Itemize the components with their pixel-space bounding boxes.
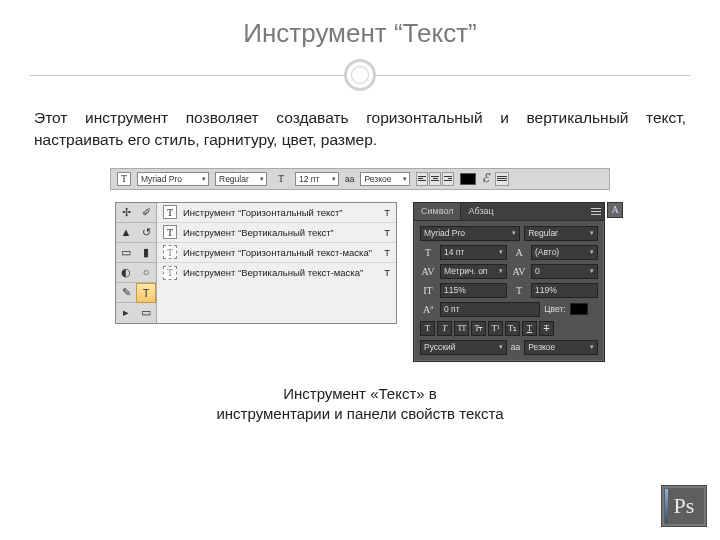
style-subscript[interactable]: T₁ xyxy=(505,321,520,336)
type-mask-icon: T xyxy=(163,245,177,259)
photoshop-badge: Ps xyxy=(662,486,706,526)
align-right-button[interactable] xyxy=(442,172,454,186)
cp-leading[interactable]: (Авто)▾ xyxy=(531,245,598,260)
align-left-button[interactable] xyxy=(416,172,428,186)
tool-blur[interactable]: ◐ xyxy=(116,263,136,283)
slide-title: Инструмент “Текст” xyxy=(30,18,690,49)
panel-dock-icon[interactable]: A xyxy=(607,202,623,218)
style-strike[interactable]: T xyxy=(539,321,554,336)
type-icon: T xyxy=(163,205,177,219)
panel-tabs: Символ Абзац xyxy=(414,203,604,221)
font-size-select[interactable]: 12 пт▾ xyxy=(295,172,339,186)
cp-font-style[interactable]: Regular▾ xyxy=(524,226,598,241)
tab-paragraph[interactable]: Абзац xyxy=(461,203,500,220)
tool-type-selected[interactable]: T xyxy=(136,283,156,303)
cp-aa-label: aa xyxy=(511,342,520,352)
flyout-horizontal-mask[interactable]: TИнструмент “Горизонтальный текст-маска”… xyxy=(157,243,396,263)
figure-caption: Инструмент «Текст» в инструментарии и па… xyxy=(30,384,690,425)
tool-healing[interactable]: ✢ xyxy=(116,203,136,223)
character-panel: Символ Абзац Myriad Pro▾ Regular▾ T 14 п… xyxy=(413,202,605,362)
text-options-bar: T Myriad Pro▾ Regular▾ T 12 пт▾ aa Резко… xyxy=(110,168,610,190)
flyout-horizontal-type[interactable]: TИнструмент “Горизонтальный текст” T xyxy=(157,203,396,223)
style-italic[interactable]: T xyxy=(437,321,452,336)
vscale-icon: T xyxy=(511,283,527,298)
antialias-select[interactable]: Резкое▾ xyxy=(360,172,410,186)
tool-eraser[interactable]: ▭ xyxy=(116,243,136,263)
leading-icon: A xyxy=(511,245,527,260)
style-smallcaps[interactable]: Tᴛ xyxy=(471,321,486,336)
cp-tracking[interactable]: Метрич. оп▾ xyxy=(440,264,507,279)
cp-antialias[interactable]: Резкое▾ xyxy=(524,340,598,355)
tool-history[interactable]: ↺ xyxy=(136,223,156,243)
type-tool-flyout: TИнструмент “Горизонтальный текст” T TИн… xyxy=(156,203,396,323)
type-mask-icon: T xyxy=(163,266,177,280)
baseline-icon: Aª xyxy=(420,302,436,317)
panel-toggle-button[interactable] xyxy=(495,172,509,186)
intro-text: Этот инструмент позволяет создавать гори… xyxy=(34,107,686,152)
title-divider xyxy=(30,59,690,93)
warp-text-button[interactable]: ℰ xyxy=(482,171,489,186)
panel-menu-button[interactable] xyxy=(588,203,604,220)
tools-panel: ✢ ▲ ▭ ◐ ✎ ▸ ✐ ↺ ▮ ○ T ▭ TИнстру xyxy=(115,202,397,324)
tool-dodge[interactable]: ○ xyxy=(136,263,156,283)
aa-label: aa xyxy=(345,174,354,184)
style-allcaps[interactable]: TT xyxy=(454,321,469,336)
type-icon: T xyxy=(163,225,177,239)
tool-column-right: ✐ ↺ ▮ ○ T ▭ xyxy=(136,203,156,323)
size-icon: T xyxy=(420,245,436,260)
font-family-select[interactable]: Myriad Pro▾ xyxy=(137,172,209,186)
font-style-select[interactable]: Regular▾ xyxy=(215,172,267,186)
style-bold[interactable]: T xyxy=(420,321,435,336)
cp-kerning[interactable]: 0▾ xyxy=(531,264,598,279)
tool-gradient[interactable]: ▮ xyxy=(136,243,156,263)
cp-baseline[interactable]: 0 пт xyxy=(440,302,540,317)
text-color-swatch[interactable] xyxy=(460,173,476,185)
hscale-icon: IT xyxy=(420,283,436,298)
style-superscript[interactable]: T¹ xyxy=(488,321,503,336)
alignment-group xyxy=(416,172,454,186)
flyout-vertical-type[interactable]: TИнструмент “Вертикальный текст” T xyxy=(157,223,396,243)
cp-font-family[interactable]: Myriad Pro▾ xyxy=(420,226,520,241)
cp-language[interactable]: Русский▾ xyxy=(420,340,507,355)
size-icon: T xyxy=(273,171,289,186)
tool-pen[interactable]: ✎ xyxy=(116,283,136,303)
style-underline[interactable]: T xyxy=(522,321,537,336)
tool-path[interactable]: ▸ xyxy=(116,303,136,323)
kerning-icon: AV xyxy=(511,264,527,279)
tab-character[interactable]: Символ xyxy=(414,203,461,220)
flyout-vertical-mask[interactable]: TИнструмент “Вертикальный текст-маска” T xyxy=(157,263,396,283)
tool-brush[interactable]: ✐ xyxy=(136,203,156,223)
cp-color-swatch[interactable] xyxy=(570,303,588,315)
orientation-toggle[interactable]: T xyxy=(117,172,131,186)
tool-stamp[interactable]: ▲ xyxy=(116,223,136,243)
cp-vscale[interactable]: 119% xyxy=(531,283,598,298)
tool-shape[interactable]: ▭ xyxy=(136,303,156,323)
cp-hscale[interactable]: 115% xyxy=(440,283,507,298)
align-center-button[interactable] xyxy=(429,172,441,186)
cp-size[interactable]: 14 пт▾ xyxy=(440,245,507,260)
tool-column-left: ✢ ▲ ▭ ◐ ✎ ▸ xyxy=(116,203,136,323)
color-label: Цвет: xyxy=(544,304,565,314)
tracking-icon: AV xyxy=(420,264,436,279)
